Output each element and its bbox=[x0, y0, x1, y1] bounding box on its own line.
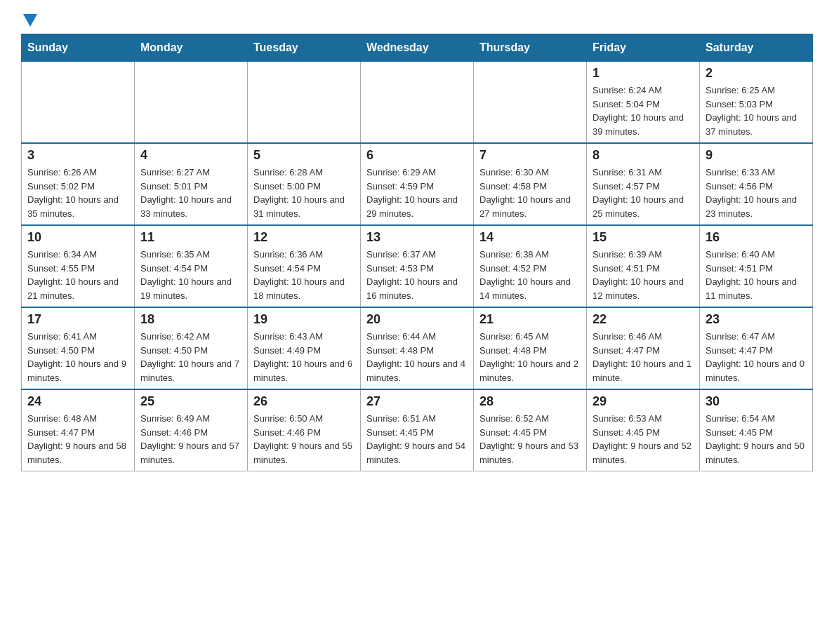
logo-triangle-icon bbox=[23, 14, 37, 27]
day-info: Sunrise: 6:45 AMSunset: 4:48 PMDaylight:… bbox=[479, 330, 581, 384]
day-number: 22 bbox=[593, 312, 694, 327]
logo bbox=[21, 14, 39, 27]
calendar-cell: 6Sunrise: 6:29 AMSunset: 4:59 PMDaylight… bbox=[361, 143, 474, 225]
calendar-cell: 12Sunrise: 6:36 AMSunset: 4:54 PMDayligh… bbox=[248, 225, 361, 307]
day-info: Sunrise: 6:53 AMSunset: 4:45 PMDaylight:… bbox=[593, 412, 694, 467]
calendar-cell: 8Sunrise: 6:31 AMSunset: 4:57 PMDaylight… bbox=[587, 143, 700, 225]
day-of-week-header: Saturday bbox=[700, 34, 813, 62]
day-info: Sunrise: 6:41 AMSunset: 4:50 PMDaylight:… bbox=[27, 330, 128, 384]
calendar-cell: 28Sunrise: 6:52 AMSunset: 4:45 PMDayligh… bbox=[474, 389, 587, 471]
calendar-week-row: 10Sunrise: 6:34 AMSunset: 4:55 PMDayligh… bbox=[22, 225, 813, 307]
calendar-header-row: SundayMondayTuesdayWednesdayThursdayFrid… bbox=[22, 34, 813, 62]
day-of-week-header: Friday bbox=[587, 34, 700, 62]
calendar-cell: 5Sunrise: 6:28 AMSunset: 5:00 PMDaylight… bbox=[248, 143, 361, 225]
day-info: Sunrise: 6:37 AMSunset: 4:53 PMDaylight:… bbox=[366, 248, 468, 302]
calendar-cell: 30Sunrise: 6:54 AMSunset: 4:45 PMDayligh… bbox=[700, 389, 813, 471]
day-info: Sunrise: 6:49 AMSunset: 4:46 PMDaylight:… bbox=[140, 412, 241, 467]
day-info: Sunrise: 6:46 AMSunset: 4:47 PMDaylight:… bbox=[593, 330, 694, 384]
day-number: 12 bbox=[253, 230, 355, 245]
day-number: 2 bbox=[706, 66, 807, 81]
calendar-cell bbox=[474, 62, 587, 144]
calendar-week-row: 1Sunrise: 6:24 AMSunset: 5:04 PMDaylight… bbox=[22, 62, 813, 144]
day-info: Sunrise: 6:50 AMSunset: 4:46 PMDaylight:… bbox=[253, 412, 355, 467]
calendar-cell: 24Sunrise: 6:48 AMSunset: 4:47 PMDayligh… bbox=[22, 389, 135, 471]
day-info: Sunrise: 6:39 AMSunset: 4:51 PMDaylight:… bbox=[593, 248, 694, 302]
calendar-cell: 13Sunrise: 6:37 AMSunset: 4:53 PMDayligh… bbox=[361, 225, 474, 307]
day-number: 10 bbox=[27, 230, 128, 245]
day-info: Sunrise: 6:54 AMSunset: 4:45 PMDaylight:… bbox=[706, 412, 807, 467]
day-info: Sunrise: 6:31 AMSunset: 4:57 PMDaylight:… bbox=[593, 166, 694, 220]
day-number: 26 bbox=[253, 394, 355, 409]
day-info: Sunrise: 6:27 AMSunset: 5:01 PMDaylight:… bbox=[140, 166, 241, 220]
calendar-cell: 1Sunrise: 6:24 AMSunset: 5:04 PMDaylight… bbox=[587, 62, 700, 144]
day-number: 17 bbox=[27, 312, 128, 327]
day-info: Sunrise: 6:52 AMSunset: 4:45 PMDaylight:… bbox=[479, 412, 581, 467]
calendar-cell: 19Sunrise: 6:43 AMSunset: 4:49 PMDayligh… bbox=[248, 307, 361, 389]
calendar-cell: 16Sunrise: 6:40 AMSunset: 4:51 PMDayligh… bbox=[700, 225, 813, 307]
day-number: 16 bbox=[706, 230, 807, 245]
day-of-week-header: Monday bbox=[135, 34, 248, 62]
day-number: 14 bbox=[479, 230, 581, 245]
day-info: Sunrise: 6:51 AMSunset: 4:45 PMDaylight:… bbox=[366, 412, 468, 467]
day-info: Sunrise: 6:48 AMSunset: 4:47 PMDaylight:… bbox=[27, 412, 128, 467]
calendar-cell: 3Sunrise: 6:26 AMSunset: 5:02 PMDaylight… bbox=[22, 143, 135, 225]
calendar-cell: 10Sunrise: 6:34 AMSunset: 4:55 PMDayligh… bbox=[22, 225, 135, 307]
calendar-cell: 15Sunrise: 6:39 AMSunset: 4:51 PMDayligh… bbox=[587, 225, 700, 307]
day-info: Sunrise: 6:28 AMSunset: 5:00 PMDaylight:… bbox=[253, 166, 355, 220]
day-info: Sunrise: 6:38 AMSunset: 4:52 PMDaylight:… bbox=[479, 248, 581, 302]
calendar-cell: 18Sunrise: 6:42 AMSunset: 4:50 PMDayligh… bbox=[135, 307, 248, 389]
day-number: 29 bbox=[593, 394, 694, 409]
day-info: Sunrise: 6:25 AMSunset: 5:03 PMDaylight:… bbox=[706, 83, 807, 138]
calendar-cell: 9Sunrise: 6:33 AMSunset: 4:56 PMDaylight… bbox=[700, 143, 813, 225]
calendar-cell bbox=[135, 62, 248, 144]
calendar-cell: 23Sunrise: 6:47 AMSunset: 4:47 PMDayligh… bbox=[700, 307, 813, 389]
day-info: Sunrise: 6:44 AMSunset: 4:48 PMDaylight:… bbox=[366, 330, 468, 384]
calendar-cell bbox=[22, 62, 135, 144]
day-number: 28 bbox=[479, 394, 581, 409]
day-info: Sunrise: 6:33 AMSunset: 4:56 PMDaylight:… bbox=[706, 166, 807, 220]
day-number: 4 bbox=[140, 148, 241, 163]
calendar-week-row: 24Sunrise: 6:48 AMSunset: 4:47 PMDayligh… bbox=[22, 389, 813, 471]
calendar-cell: 17Sunrise: 6:41 AMSunset: 4:50 PMDayligh… bbox=[22, 307, 135, 389]
calendar-cell: 11Sunrise: 6:35 AMSunset: 4:54 PMDayligh… bbox=[135, 225, 248, 307]
calendar-cell: 21Sunrise: 6:45 AMSunset: 4:48 PMDayligh… bbox=[474, 307, 587, 389]
day-info: Sunrise: 6:29 AMSunset: 4:59 PMDaylight:… bbox=[366, 166, 468, 220]
day-info: Sunrise: 6:43 AMSunset: 4:49 PMDaylight:… bbox=[253, 330, 355, 384]
day-number: 20 bbox=[366, 312, 468, 327]
day-info: Sunrise: 6:47 AMSunset: 4:47 PMDaylight:… bbox=[706, 330, 807, 384]
calendar-table: SundayMondayTuesdayWednesdayThursdayFrid… bbox=[21, 34, 813, 471]
calendar-cell: 4Sunrise: 6:27 AMSunset: 5:01 PMDaylight… bbox=[135, 143, 248, 225]
day-info: Sunrise: 6:36 AMSunset: 4:54 PMDaylight:… bbox=[253, 248, 355, 302]
day-number: 15 bbox=[593, 230, 694, 245]
calendar-cell: 25Sunrise: 6:49 AMSunset: 4:46 PMDayligh… bbox=[135, 389, 248, 471]
day-number: 24 bbox=[27, 394, 128, 409]
calendar-cell: 14Sunrise: 6:38 AMSunset: 4:52 PMDayligh… bbox=[474, 225, 587, 307]
day-info: Sunrise: 6:24 AMSunset: 5:04 PMDaylight:… bbox=[593, 83, 694, 138]
calendar-cell: 7Sunrise: 6:30 AMSunset: 4:58 PMDaylight… bbox=[474, 143, 587, 225]
day-number: 27 bbox=[366, 394, 468, 409]
day-of-week-header: Wednesday bbox=[361, 34, 474, 62]
calendar-cell: 20Sunrise: 6:44 AMSunset: 4:48 PMDayligh… bbox=[361, 307, 474, 389]
day-number: 25 bbox=[140, 394, 241, 409]
day-of-week-header: Tuesday bbox=[248, 34, 361, 62]
day-number: 6 bbox=[366, 148, 468, 163]
day-of-week-header: Thursday bbox=[474, 34, 587, 62]
day-info: Sunrise: 6:40 AMSunset: 4:51 PMDaylight:… bbox=[706, 248, 807, 302]
day-number: 9 bbox=[706, 148, 807, 163]
day-info: Sunrise: 6:34 AMSunset: 4:55 PMDaylight:… bbox=[27, 248, 128, 302]
day-info: Sunrise: 6:30 AMSunset: 4:58 PMDaylight:… bbox=[479, 166, 581, 220]
day-number: 30 bbox=[706, 394, 807, 409]
day-number: 23 bbox=[706, 312, 807, 327]
calendar-cell: 27Sunrise: 6:51 AMSunset: 4:45 PMDayligh… bbox=[361, 389, 474, 471]
day-number: 3 bbox=[27, 148, 128, 163]
day-number: 11 bbox=[140, 230, 241, 245]
day-number: 18 bbox=[140, 312, 241, 327]
calendar-cell bbox=[248, 62, 361, 144]
day-info: Sunrise: 6:42 AMSunset: 4:50 PMDaylight:… bbox=[140, 330, 241, 384]
page-header bbox=[21, 14, 813, 27]
day-number: 1 bbox=[593, 66, 694, 81]
day-info: Sunrise: 6:26 AMSunset: 5:02 PMDaylight:… bbox=[27, 166, 128, 220]
day-number: 8 bbox=[593, 148, 694, 163]
calendar-week-row: 17Sunrise: 6:41 AMSunset: 4:50 PMDayligh… bbox=[22, 307, 813, 389]
day-of-week-header: Sunday bbox=[22, 34, 135, 62]
